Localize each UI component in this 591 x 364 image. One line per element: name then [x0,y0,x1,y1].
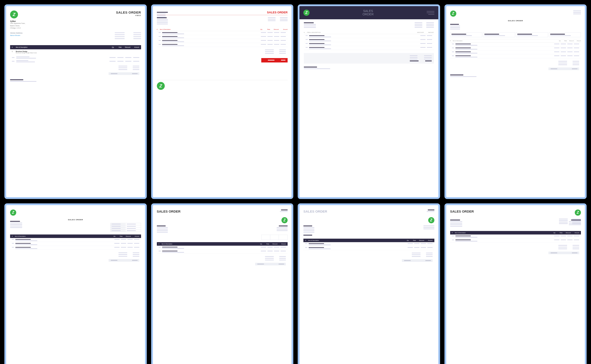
table-header: # Item & Description Qty Rate Discount A… [450,39,581,43]
template-6[interactable]: SALES ORDER Z # Item & Description Qty R… [151,203,293,364]
company-name: Zylker [10,20,141,22]
table-header: # ITEM & DESCRIPTION DISCOUNT AMOUNT [304,31,434,34]
template-gallery: Z SALES ORDER # SO-17 Zylker 1561 Applev… [4,4,587,364]
meta-boxes [450,32,581,37]
template-1[interactable]: Z SALES ORDER # SO-17 Zylker 1561 Applev… [4,4,147,199]
template-8[interactable]: SALES ORDER Z # Item & Description Qty R… [445,203,587,364]
template-7[interactable]: SALES ORDER Z # Item & Description Qty R… [298,203,440,364]
banner: Z SALESORDER [299,6,438,19]
total-bar [261,58,288,62]
logo-icon: Z [10,209,16,216]
doc-title: SALES ORDER [157,209,180,213]
table-header: # Item & Description Qty Rate Discount A… [157,28,288,31]
meta-table [110,223,141,232]
table-header: # Item & Description Qty Rate Discount A… [10,45,141,49]
doc-title: SALES ORDER [450,20,581,22]
template-2[interactable]: SALES ORDER # Item & Description Qty Rat… [151,4,293,199]
logo-icon: Z [281,217,288,223]
template-3[interactable]: Z SALESORDER # ITEM & DESCRIPTION DISCOU… [298,4,440,199]
table-header: # Item & Description Qty Rate Discount A… [10,234,141,238]
doc-title: SALES ORDER [116,11,141,14]
totals-block [304,53,434,64]
doc-title: SALES ORDER [10,219,141,221]
company-address: 1561 Appleview Town, Bakers Street, Chic… [10,22,141,29]
template-5[interactable]: Z SALES ORDER # Item & Description Qty R… [4,203,147,364]
template-4[interactable]: Z SALES ORDER # Item & Description Qty R… [445,4,587,199]
doc-title: SALES ORDER [303,209,327,213]
logo-icon: Z [10,11,18,18]
order-number: # SO-17 [116,15,141,16]
logo-icon: Z [303,10,310,16]
table-row: 1 Brochure DesignBrochure Design Single … [10,49,141,55]
notes-block [10,79,141,82]
logo-icon: Z [575,209,581,216]
logo-icon: Z [428,217,434,223]
table-header: # Item & Description Qty Rate Discount A… [157,242,288,246]
doc-title: SALESORDER [313,9,423,16]
totals-block [10,66,141,75]
logo-icon: Z [450,11,456,17]
meta-boxes [261,235,288,240]
table-header: # Item & Description Qty Rate Discount A… [450,231,581,234]
doc-title: SALES ORDER [450,209,474,213]
doc-title: SALES ORDER [157,11,288,14]
logo-icon: Z [157,82,165,90]
table-header: # Item & Description Qty Rate Discount A… [303,239,434,242]
